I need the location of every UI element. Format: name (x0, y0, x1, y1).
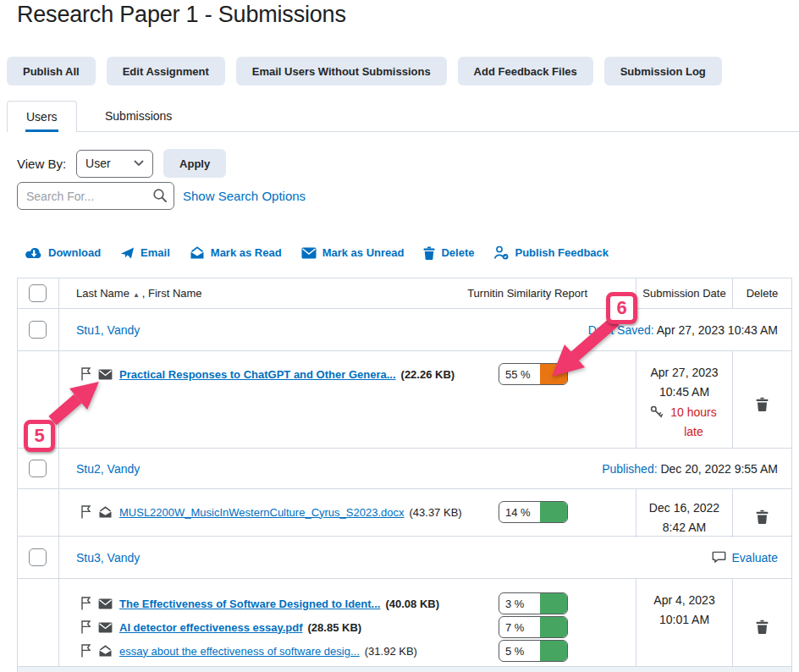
similarity-percent: 3 % (499, 593, 540, 614)
read-envelope-icon[interactable] (98, 645, 113, 658)
late-status: 10 hours late (636, 403, 732, 442)
submission-row: The Effectiveness of Software Designed t… (18, 579, 791, 667)
read-envelope-icon[interactable] (98, 506, 113, 519)
student-row: Stu3, Vandy Evaluate (18, 537, 791, 579)
apply-button[interactable]: Apply (163, 149, 226, 178)
file-link[interactable]: Practical Responses to ChatGPT and Other… (119, 368, 396, 381)
turnitin-similarity-report[interactable]: 55 % (499, 363, 568, 385)
add-feedback-files-button[interactable]: Add Feedback Files (458, 57, 593, 85)
search-input[interactable] (17, 182, 174, 210)
search-row: Show Search Options (17, 182, 306, 210)
similarity-swatch (540, 617, 567, 637)
submission-date-column-header: Submission Date (636, 278, 732, 308)
submission-date-cell: Dec 16, 2022 8:42 AM (636, 489, 732, 537)
delete-submission-button[interactable] (756, 590, 769, 666)
view-by-row: View By: User Apply (17, 149, 226, 178)
draft-saved-status: Draft Saved: Apr 27, 2023 10:43 AM (588, 323, 778, 337)
download-label: Download (48, 246, 101, 259)
trash-icon (756, 510, 769, 524)
delete-column-header: Delete (732, 278, 791, 308)
similarity-swatch (540, 593, 567, 614)
flag-icon[interactable] (80, 505, 91, 519)
view-by-select[interactable]: User (76, 150, 153, 178)
flag-icon[interactable] (80, 644, 91, 658)
action-bar: Download Email Mark as Read Mark as Unre… (25, 245, 609, 260)
tab-users-label: Users (25, 102, 58, 132)
file-link[interactable]: essay about the effectiveness of softwar… (119, 645, 360, 658)
annotation-step-6: 6 (606, 292, 637, 324)
submissions-table: Last Name▲, First Name Turnitin Similari… (17, 278, 792, 672)
speech-bubble-icon (712, 551, 726, 564)
flag-icon[interactable] (80, 597, 91, 610)
student-name-link-stu3[interactable]: Stu3, Vandy (76, 551, 140, 565)
similarity-percent: 5 % (499, 641, 540, 661)
file-line: MUSL2200W_MusicInWesternCulture_Cyrus_S2… (80, 501, 568, 518)
student-name-link-stu2[interactable]: Stu2, Vandy (76, 462, 140, 476)
flag-icon[interactable] (80, 367, 91, 381)
tab-submissions[interactable]: Submissions (96, 101, 180, 131)
turnitin-similarity-report[interactable]: 5 % (499, 640, 568, 662)
file-link[interactable]: AI detector effectiveness essay.pdf (119, 621, 303, 634)
email-action[interactable]: Email (120, 245, 170, 260)
similarity-percent: 14 % (499, 502, 540, 522)
search-icon[interactable] (152, 188, 168, 207)
mark-as-read-action[interactable]: Mark as Read (190, 245, 282, 260)
student-checkbox-stu3[interactable] (29, 548, 47, 566)
evaluate-link[interactable]: Evaluate (732, 551, 778, 565)
mark-as-unread-action[interactable]: Mark as Unread (301, 245, 405, 260)
send-icon (120, 246, 135, 260)
published-status: Published: Dec 20, 2022 9:55 AM (602, 462, 778, 476)
publish-all-button[interactable]: Publish All (7, 57, 96, 85)
toolbar: Publish All Edit Assignment Email Users … (7, 57, 722, 85)
unread-envelope-icon[interactable] (98, 598, 113, 609)
similarity-percent: 7 % (499, 617, 540, 637)
file-link[interactable]: MUSL2200W_MusicInWesternCulture_Cyrus_S2… (119, 506, 404, 519)
page-title: Research Paper 1 - Submissions (17, 2, 346, 28)
similarity-swatch (540, 364, 567, 384)
unread-envelope-icon[interactable] (98, 622, 113, 633)
select-all-checkbox[interactable] (29, 284, 47, 302)
similarity-swatch (540, 641, 567, 661)
submission-date-cell: Apr 4, 2023 10:01 AM (636, 579, 732, 666)
delete-submission-button[interactable] (756, 362, 769, 448)
published-link[interactable]: Published: (602, 462, 657, 476)
file-size: (22.26 KB) (401, 368, 455, 381)
tab-users[interactable]: Users (7, 101, 77, 132)
file-line: The Effectiveness of Software Designed t… (80, 592, 568, 609)
flag-icon[interactable] (80, 620, 91, 634)
chevron-down-icon (134, 160, 144, 167)
student-name-link-stu1[interactable]: Stu1, Vandy (76, 323, 140, 337)
draft-saved-link[interactable]: Draft Saved: (588, 323, 654, 337)
table-header-row: Last Name▲, First Name Turnitin Similari… (18, 278, 791, 309)
delete-submission-button[interactable] (756, 498, 769, 537)
turnitin-similarity-report[interactable]: 7 % (499, 616, 568, 638)
table-row-partial (18, 667, 791, 672)
submission-log-button[interactable]: Submission Log (604, 57, 722, 85)
file-line: AI detector effectiveness essay.pdf (28.… (80, 616, 568, 633)
evaluate-action[interactable]: Evaluate (712, 551, 778, 565)
show-search-options-link[interactable]: Show Search Options (183, 189, 306, 203)
publish-feedback-action[interactable]: Publish Feedback (493, 245, 609, 260)
submission-date-cell: Apr 27, 2023 10:45 AM 10 hours late (636, 351, 732, 448)
student-checkbox-stu1[interactable] (29, 321, 47, 339)
turnitin-similarity-report[interactable]: 14 % (499, 501, 568, 523)
trash-icon (423, 246, 435, 260)
turnitin-similarity-report[interactable]: 3 % (499, 592, 568, 614)
submission-row: MUSL2200W_MusicInWesternCulture_Cyrus_S2… (18, 489, 791, 537)
email-users-without-submissions-button[interactable]: Email Users Without Submissions (236, 57, 447, 85)
mark-as-unread-label: Mark as Unread (322, 246, 405, 259)
file-line: Practical Responses to ChatGPT and Other… (80, 363, 568, 380)
name-column-header[interactable]: Last Name▲, First Name (76, 287, 202, 300)
turnitin-column-header: Turnitin Similarity Report (467, 287, 587, 300)
unread-envelope-icon[interactable] (98, 369, 113, 380)
student-checkbox-stu2[interactable] (29, 460, 47, 477)
view-by-label: View By: (17, 157, 66, 171)
download-action[interactable]: Download (25, 245, 101, 260)
download-icon (25, 246, 42, 260)
sort-asc-icon: ▲ (133, 291, 140, 299)
tab-strip: Users Submissions (7, 101, 799, 132)
key-icon (650, 405, 664, 419)
file-link[interactable]: The Effectiveness of Software Designed t… (119, 598, 380, 610)
delete-action[interactable]: Delete (423, 245, 474, 260)
edit-assignment-button[interactable]: Edit Assignment (107, 57, 225, 85)
